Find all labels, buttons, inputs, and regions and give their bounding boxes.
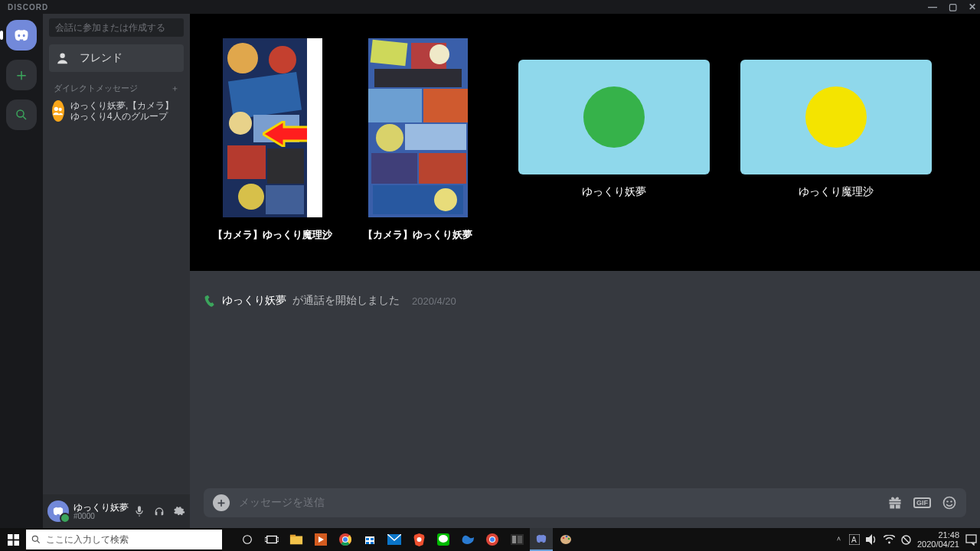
mail-icon[interactable] (383, 528, 406, 551)
svg-text:A: A (851, 536, 857, 544)
message-list[interactable]: ゆっくり妖夢 が通話を開始しました 2020/4/20 (190, 271, 980, 488)
avatar-circle-yellow (805, 86, 867, 148)
svg-point-36 (439, 535, 448, 543)
svg-rect-29 (366, 538, 369, 540)
avatar-circle-green (583, 86, 645, 148)
gift-button[interactable] (887, 495, 903, 510)
emoji-button[interactable] (942, 495, 957, 510)
min-button[interactable]: — (928, 2, 938, 12)
user-name: ゆっくり妖夢 (74, 503, 129, 512)
user-tag: #0000 (74, 512, 129, 520)
media-player-icon[interactable] (309, 528, 332, 551)
svg-point-34 (416, 537, 421, 542)
svg-point-8 (950, 500, 952, 502)
close-button[interactable]: ✕ (969, 2, 977, 12)
red-arrow-overlay (263, 121, 316, 147)
call-text: が通話を開始しました (292, 294, 400, 308)
svg-rect-32 (371, 542, 374, 544)
call-user: ゆっくり妖夢 (222, 294, 286, 308)
call-date: 2020/4/20 (412, 295, 456, 307)
cortana-icon[interactable] (236, 528, 259, 551)
line-icon[interactable] (432, 528, 455, 551)
taskbar-clock[interactable]: 21:48 2020/04/21 (917, 530, 959, 549)
call-started-message: ゆっくり妖夢 が通話を開始しました 2020/4/20 (204, 294, 966, 308)
settings-button[interactable] (173, 505, 185, 517)
store-icon[interactable] (358, 528, 381, 551)
video-editor-icon[interactable] (505, 528, 528, 551)
title-bar: DISCORD — ▢ ✕ (0, 0, 980, 14)
taskbar-search[interactable]: ここに入力して検索 (26, 530, 222, 549)
create-dm-button[interactable]: ＋ (171, 83, 179, 94)
svg-rect-16 (267, 536, 277, 543)
whale-icon[interactable] (456, 528, 479, 551)
task-view-icon[interactable] (260, 528, 283, 551)
svg-rect-31 (366, 542, 369, 544)
svg-point-44 (562, 537, 564, 540)
chrome-icon-2[interactable] (481, 528, 504, 551)
svg-point-13 (32, 536, 38, 541)
svg-point-15 (243, 536, 252, 544)
svg-line-1 (23, 116, 26, 119)
find-conversation-input[interactable]: 会話に参加または作成する (49, 18, 184, 37)
deafen-button[interactable] (153, 505, 165, 517)
camera-tile-2[interactable]: 【カメラ】ゆっくり妖夢 (363, 38, 472, 242)
svg-rect-17 (265, 537, 267, 541)
video-stage: 【カメラ】ゆっくり魔理沙 【カメラ】ゆっく (190, 14, 980, 271)
content-area: 【カメラ】ゆっくり魔理沙 【カメラ】ゆっく (190, 14, 980, 528)
max-button[interactable]: ▢ (949, 2, 958, 12)
participant-tile-2[interactable]: ゆっくり魔理沙 (740, 60, 932, 199)
svg-marker-5 (263, 121, 316, 147)
action-center-icon[interactable] (965, 534, 977, 546)
tray-chevron-icon[interactable]: ＾ (835, 534, 843, 546)
participant-tile-1[interactable]: ゆっくり妖夢 (518, 60, 710, 199)
svg-point-7 (946, 500, 948, 502)
add-server-button[interactable]: ＋ (6, 60, 37, 90)
mute-button[interactable] (133, 505, 145, 517)
discord-taskbar-icon[interactable] (530, 528, 553, 551)
taskbar-time: 21:48 (917, 530, 959, 540)
chrome-icon[interactable] (334, 528, 357, 551)
svg-rect-53 (966, 535, 976, 543)
taskbar-date: 2020/04/21 (917, 540, 959, 549)
camera-tile-1[interactable]: 【カメラ】ゆっくり魔理沙 (213, 38, 332, 242)
group-avatar-icon (52, 100, 64, 122)
taskbar-search-placeholder: ここに入力して検索 (46, 533, 129, 546)
attach-button[interactable]: ＋ (213, 494, 230, 511)
gear-icon (173, 505, 185, 517)
svg-rect-11 (8, 540, 13, 546)
discord-icon (52, 505, 64, 517)
svg-rect-41 (512, 536, 516, 543)
svg-point-6 (944, 497, 956, 509)
gif-button[interactable]: GIF (913, 497, 931, 508)
guild-column: ＋ (0, 14, 43, 528)
participant-1-name: ゆっくり妖夢 (582, 185, 646, 199)
volume-icon[interactable] (866, 534, 877, 545)
explore-button[interactable] (6, 99, 37, 130)
brave-icon[interactable] (407, 528, 430, 551)
message-input[interactable]: メッセージを送信 (239, 496, 878, 510)
ime-icon[interactable]: A (849, 534, 860, 545)
block-icon[interactable] (901, 535, 911, 545)
dm-sidebar: 会話に参加または作成する フレンド ダイレクトメッセージ ＋ ゆっくり妖夢,【カ… (43, 14, 190, 528)
wifi-icon[interactable] (884, 535, 895, 544)
phone-icon (203, 294, 217, 308)
message-composer: ＋ メッセージを送信 GIF (204, 488, 966, 517)
svg-rect-42 (518, 536, 522, 543)
home-button[interactable] (6, 20, 37, 51)
svg-point-46 (567, 538, 570, 540)
windows-icon (8, 534, 19, 546)
taskbar: ここに入力して検索 ＾ A 21:48 2020/04/21 (0, 528, 980, 551)
dm-group-name: ゆっくり妖夢,【カメラ】ゆっくり4人のグループ (70, 100, 181, 122)
start-button[interactable] (0, 528, 26, 551)
camera-1-label: 【カメラ】ゆっくり魔理沙 (213, 228, 332, 242)
user-avatar[interactable] (47, 500, 69, 522)
paint-icon[interactable] (554, 528, 577, 551)
svg-rect-12 (14, 540, 19, 546)
friends-button[interactable]: フレンド (49, 44, 184, 72)
svg-point-27 (343, 537, 348, 542)
svg-point-0 (17, 110, 24, 117)
explorer-icon[interactable] (285, 528, 308, 551)
dm-group-item[interactable]: ゆっくり妖夢,【カメラ】ゆっくり4人のグループ (46, 97, 187, 125)
dm-header: ダイレクトメッセージ (54, 83, 138, 94)
svg-rect-10 (14, 534, 19, 540)
